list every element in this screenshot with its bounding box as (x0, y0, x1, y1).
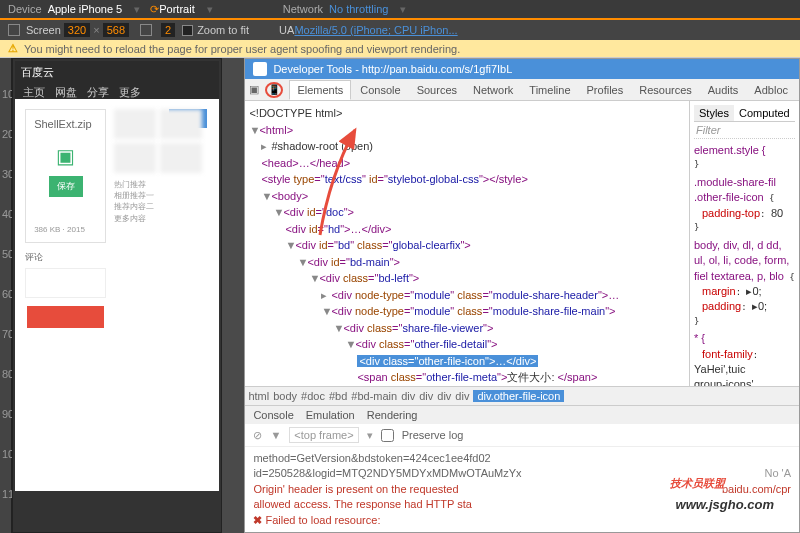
chevron-down-icon[interactable]: ▾ (207, 3, 213, 16)
page-nav: 主页 网盘 分享 更多 (15, 83, 219, 99)
devtools-icon (253, 62, 267, 76)
warning-text: You might need to reload the page for pr… (24, 43, 460, 55)
tab-styles[interactable]: Styles (694, 105, 734, 121)
comment-input[interactable] (25, 268, 106, 298)
devtools-titlebar: Developer Tools - http://pan.baidu.com/s… (245, 59, 799, 79)
dom-tree[interactable]: <!DOCTYPE html> ▼<html> ▸#shadow-root (o… (245, 101, 689, 386)
warning-banner: ⚠ You might need to reload the page for … (0, 40, 800, 58)
network-select[interactable]: No throttling (329, 3, 388, 15)
inspect-icon[interactable]: ▣ (249, 83, 259, 96)
thumb-image[interactable] (160, 109, 202, 139)
tab-timeline[interactable]: Timeline (522, 81, 577, 99)
screen-toolbar: Screen 320 × 568 2 Zoom to fit UA Mozill… (0, 20, 800, 40)
device-screen[interactable]: 百度云 主页 网盘 分享 更多 登录 ShellExt.zip ▣ 保存 3 (15, 61, 219, 491)
height-input[interactable]: 568 (103, 23, 129, 37)
screen-label: Screen (26, 24, 61, 36)
dpr-input[interactable]: 2 (161, 23, 175, 37)
zoom-label: Zoom to fit (197, 24, 249, 36)
tab-profiles[interactable]: Profiles (580, 81, 631, 99)
dpr-icon (140, 24, 152, 36)
tab-network[interactable]: Network (466, 81, 520, 99)
warning-icon: ⚠ (8, 42, 18, 55)
clear-console-icon[interactable]: ⊘ (253, 429, 262, 442)
frame-select[interactable]: <top frame> (289, 427, 358, 443)
width-input[interactable]: 320 (64, 23, 90, 37)
breadcrumb-active[interactable]: div.other-file-icon (473, 390, 564, 402)
styles-filter[interactable]: Filter (694, 122, 795, 139)
tab-emulation[interactable]: Emulation (306, 409, 355, 421)
device-label: Device (8, 3, 42, 15)
save-button[interactable]: 保存 (49, 176, 83, 197)
breadcrumb[interactable]: html body #doc #bd #bd-main div div div … (245, 386, 799, 405)
orientation-value[interactable]: Portrait (159, 3, 194, 15)
tab-computed[interactable]: Computed (734, 105, 795, 121)
zoom-checkbox[interactable] (182, 25, 193, 36)
orientation-icon[interactable]: ⟳ (150, 3, 159, 16)
tab-resources[interactable]: Resources (632, 81, 699, 99)
preserve-log-checkbox[interactable] (381, 429, 394, 442)
ua-value[interactable]: Mozilla/5.0 (iPhone; CPU iPhon... (294, 24, 457, 36)
side-text: 推荐内容二 (114, 201, 209, 212)
devtools-window: Developer Tools - http://pan.baidu.com/s… (244, 58, 800, 533)
tab-console[interactable]: Console (353, 81, 407, 99)
preserve-log-label: Preserve log (402, 429, 464, 441)
filter-icon[interactable]: ▼ (270, 429, 281, 441)
watermark: 技术员联盟 www.jsgho.com (670, 463, 780, 513)
tab-sources[interactable]: Sources (410, 81, 464, 99)
nav-item[interactable]: 主页 (21, 83, 47, 99)
window-title: Developer Tools - http://pan.baidu.com/s… (273, 63, 512, 75)
screen-icon (8, 24, 20, 36)
thumb-image[interactable] (114, 109, 156, 139)
brand-logo[interactable]: 百度云 (21, 65, 54, 80)
file-card: ShellExt.zip ▣ 保存 386 KB · 2015 (25, 109, 106, 243)
tab-audits[interactable]: Audits (701, 81, 746, 99)
side-text: 更多内容 (114, 213, 209, 224)
thumb-image[interactable] (114, 143, 156, 173)
ua-label: UA (279, 24, 294, 36)
comments-header: 评论 (25, 251, 106, 264)
device-toolbar: Device Apple iPhone 5 ▾ ⟳ Portrait ▾ Net… (0, 0, 800, 20)
tab-rendering[interactable]: Rendering (367, 409, 418, 421)
styles-panel[interactable]: Styles Computed Filter element.style {} … (689, 101, 799, 386)
tab-elements[interactable]: Elements (289, 80, 351, 100)
submit-button[interactable] (27, 306, 104, 328)
nav-item[interactable]: 分享 (85, 83, 111, 99)
device-mode-icon[interactable] (265, 82, 283, 98)
tab-adblock[interactable]: Adbloc (747, 81, 795, 99)
file-size: 386 KB · 2015 (34, 225, 97, 234)
side-text: 相册推荐一 (114, 190, 209, 201)
nav-item[interactable]: 更多 (117, 83, 143, 99)
side-header: 热门推荐 (114, 179, 209, 190)
file-name: ShellExt.zip (34, 118, 97, 130)
device-select[interactable]: Apple iPhone 5 (48, 3, 123, 15)
device-preview-frame: 百度云 主页 网盘 分享 更多 登录 ShellExt.zip ▣ 保存 3 (12, 58, 222, 533)
thumb-image[interactable] (160, 143, 202, 173)
vertical-ruler: 100 200 300 400 500 600 700 800 900 1000… (0, 58, 12, 533)
network-label: Network (283, 3, 323, 15)
chevron-down-icon[interactable]: ▾ (134, 3, 140, 16)
page-header: 百度云 (15, 61, 219, 83)
zip-icon: ▣ (56, 145, 75, 167)
tab-console[interactable]: Console (253, 409, 293, 421)
devtools-tabs: ▣ Elements Console Sources Network Timel… (245, 79, 799, 101)
nav-item[interactable]: 网盘 (53, 83, 79, 99)
chevron-down-icon[interactable]: ▾ (400, 3, 406, 16)
